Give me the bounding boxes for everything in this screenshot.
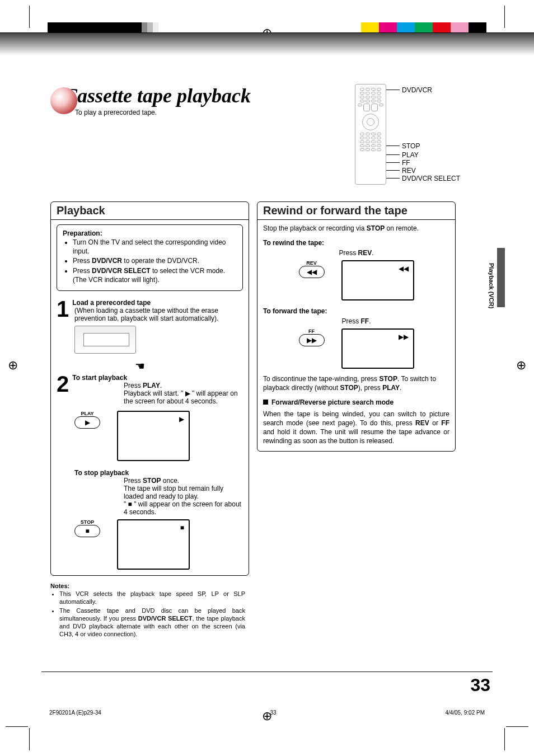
stop-body1: The tape will stop but remain fully load… bbox=[124, 485, 243, 500]
color-bars-icon bbox=[361, 22, 486, 34]
search-mode-heading: Forward/Reverse picture search mode bbox=[263, 398, 449, 407]
rewind-forward-title: Rewind or forward the tape bbox=[257, 202, 455, 220]
step2-body: Playback will start. " ▶ " will appear o… bbox=[124, 389, 243, 405]
notes-item: This VCR selects the playback tape speed… bbox=[59, 590, 245, 606]
decorative-orb-icon bbox=[50, 87, 77, 114]
page-title: Cassette tape playback bbox=[64, 84, 251, 107]
step2-heading: To start playback bbox=[57, 374, 243, 382]
stop-button-icon: ■ bbox=[74, 525, 100, 537]
rev-button-label: REV bbox=[299, 260, 325, 266]
notes-block: Notes: This VCR selects the playback tap… bbox=[50, 583, 245, 638]
step-number: 1 bbox=[57, 299, 69, 319]
callout-rev: REV bbox=[402, 167, 416, 175]
remote-diagram: DVD/VCR STOP PLAY FF REV bbox=[355, 84, 500, 196]
ff-button-icon: ▶▶ bbox=[299, 334, 325, 346]
step1-heading: Load a prerecorded tape bbox=[57, 299, 243, 307]
footer-timestamp: 4/4/05, 9:02 PM bbox=[445, 710, 485, 716]
page-subtitle: To play a prerecorded tape. bbox=[75, 109, 251, 116]
notes-item: The Cassette tape and DVD disc can be pl… bbox=[59, 607, 245, 638]
rewind-glyph-icon: ◀◀ bbox=[399, 265, 409, 273]
preparation-box: Preparation: Turn ON the TV and select t… bbox=[57, 224, 243, 291]
prep-bullet: Turn ON the TV and select the correspond… bbox=[73, 238, 237, 256]
play-glyph-icon: ▶ bbox=[179, 415, 184, 423]
screen-illustration: ▶ bbox=[117, 411, 190, 461]
notes-heading: Notes: bbox=[50, 583, 245, 589]
playback-panel-title: Playback bbox=[51, 202, 249, 220]
stop-body2: " ■ " will appear on the screen for abou… bbox=[124, 500, 243, 516]
rewind-heading: To rewind the tape: bbox=[263, 239, 449, 247]
stop-glyph-icon: ■ bbox=[180, 524, 184, 532]
forward-press: Press FF. bbox=[263, 317, 449, 325]
stop-press: Press STOP once. bbox=[124, 477, 243, 485]
rf-intro: Stop the playback or recording via STOP … bbox=[263, 224, 449, 232]
hand-icon: ☚ bbox=[135, 359, 145, 373]
play-button-label: PLAY bbox=[74, 411, 100, 416]
registration-mark-icon: ⊕ bbox=[262, 709, 272, 724]
stop-heading: To stop playback bbox=[74, 469, 243, 477]
footer-doc-id: 2F90201A (E)p29-34 bbox=[49, 710, 101, 716]
callout-select: DVD/VCR SELECT bbox=[402, 175, 460, 182]
callout-play: PLAY bbox=[402, 151, 419, 159]
stop-button-label: STOP bbox=[74, 519, 100, 525]
discontinue-note: To discontinue the tape-winding, press S… bbox=[263, 374, 449, 392]
density-bars-icon bbox=[48, 22, 158, 34]
playback-panel: Playback Preparation: Turn ON the TV and… bbox=[50, 201, 249, 576]
step1-body: (When loading a cassette tape without th… bbox=[74, 307, 243, 322]
screen-illustration: ■ bbox=[117, 519, 190, 570]
prep-bullet: Press DVD/VCR SELECT to select the VCR m… bbox=[73, 266, 237, 284]
footer-rule bbox=[41, 672, 493, 672]
rewind-press: Press REV. bbox=[263, 249, 449, 257]
print-marks-top: ⊕ bbox=[0, 0, 534, 56]
page-number: 33 bbox=[470, 675, 490, 696]
callout-dvd-vcr: DVD/VCR bbox=[402, 86, 432, 94]
play-button-icon: ▶ bbox=[74, 416, 100, 429]
rewind-forward-panel: Rewind or forward the tape Stop the play… bbox=[257, 201, 456, 452]
step2-press: Press PLAY. bbox=[124, 382, 243, 389]
screen-illustration: ◀◀ bbox=[341, 260, 414, 300]
step-number: 2 bbox=[57, 374, 69, 394]
callout-ff: FF bbox=[402, 159, 410, 167]
load-tape-illustration: ☚ bbox=[74, 326, 142, 366]
ff-button-label: FF bbox=[299, 328, 325, 334]
callout-stop: STOP bbox=[402, 142, 420, 150]
rev-button-icon: ◀◀ bbox=[299, 266, 325, 278]
prep-bullet: Press DVD/VCR to operate the DVD/VCR. bbox=[73, 256, 237, 265]
forward-heading: To forward the tape: bbox=[263, 307, 449, 315]
screen-illustration: ▶▶ bbox=[341, 328, 414, 369]
forward-glyph-icon: ▶▶ bbox=[399, 333, 409, 341]
preparation-heading: Preparation: bbox=[63, 229, 237, 237]
search-mode-body: When the tape is being winded, you can s… bbox=[263, 410, 449, 446]
page-title-block: Cassette tape playback To play a prereco… bbox=[50, 84, 251, 116]
